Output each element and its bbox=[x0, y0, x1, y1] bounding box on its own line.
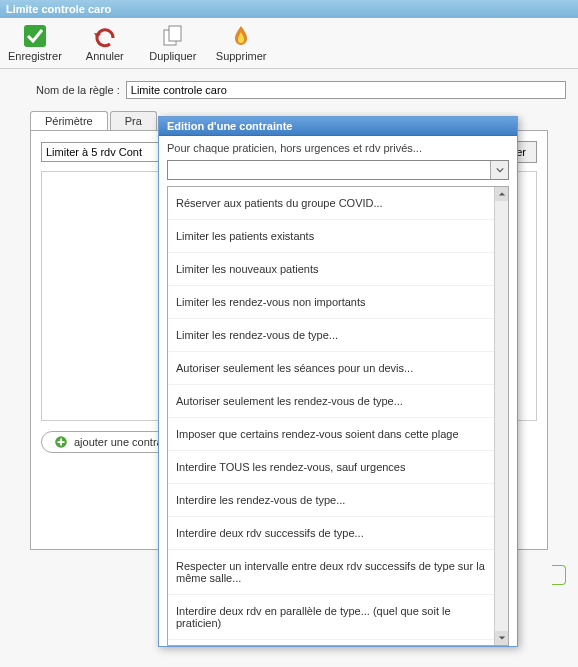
cancel-button[interactable]: Annuler bbox=[80, 24, 130, 62]
save-button[interactable]: Enregistrer bbox=[8, 24, 62, 62]
delete-label: Supprimer bbox=[216, 50, 267, 62]
constraint-option[interactable]: Interdire TOUS les rendez-vous, sauf urg… bbox=[168, 451, 494, 484]
svg-rect-0 bbox=[24, 25, 46, 47]
plus-icon bbox=[54, 435, 68, 449]
check-icon bbox=[23, 24, 47, 48]
rule-name-label: Nom de la règle : bbox=[36, 84, 120, 96]
constraint-option[interactable]: Autoriser seulement les séances pour un … bbox=[168, 352, 494, 385]
duplicate-button[interactable]: Dupliquer bbox=[148, 24, 198, 62]
constraint-option[interactable]: Autoriser seulement les rendez-vous de t… bbox=[168, 385, 494, 418]
rule-name-input[interactable] bbox=[126, 81, 566, 99]
tab-pra[interactable]: Pra bbox=[110, 111, 157, 130]
constraint-option[interactable]: Imposer que certains rendez-vous soient … bbox=[168, 418, 494, 451]
dialog-subtitle: Pour chaque praticien, hors urgences et … bbox=[167, 142, 509, 154]
svg-rect-2 bbox=[169, 26, 181, 41]
combo-input[interactable] bbox=[168, 161, 490, 179]
chevron-down-icon[interactable] bbox=[490, 161, 508, 179]
window-title: Limite controle caro bbox=[6, 3, 111, 15]
edit-constraint-dialog: Edition d'une contrainte Pour chaque pra… bbox=[158, 116, 518, 647]
tab-perimetre[interactable]: Périmètre bbox=[30, 111, 108, 130]
constraint-option[interactable]: Limiter les nouveaux patients bbox=[168, 253, 494, 286]
duplicate-icon bbox=[161, 24, 185, 48]
constraint-option[interactable]: Limiter les patients existants bbox=[168, 220, 494, 253]
constraint-option[interactable]: Limiter les rendez-vous de type... bbox=[168, 319, 494, 352]
scroll-down-icon[interactable] bbox=[495, 631, 508, 645]
undo-arrow-icon bbox=[93, 24, 117, 48]
scrollbar[interactable] bbox=[494, 187, 508, 645]
duplicate-label: Dupliquer bbox=[149, 50, 196, 62]
constraint-type-combo[interactable] bbox=[167, 160, 509, 180]
save-label: Enregistrer bbox=[8, 50, 62, 62]
constraint-options-list: Réserver aux patients du groupe COVID...… bbox=[167, 186, 509, 646]
add-constraint-label: ajouter une contrai bbox=[74, 436, 165, 448]
scroll-up-icon[interactable] bbox=[495, 187, 508, 201]
window-titlebar: Limite controle caro bbox=[0, 0, 578, 18]
constraint-option[interactable]: Interdire les rendez-vous de type... bbox=[168, 484, 494, 517]
toolbar: Enregistrer Annuler Dupliquer Supprimer bbox=[0, 18, 578, 69]
constraint-option[interactable]: Respecter un intervalle entre deux rdv s… bbox=[168, 550, 494, 595]
constraint-option[interactable]: Limiter les rendez-vous non importants bbox=[168, 286, 494, 319]
delete-button[interactable]: Supprimer bbox=[216, 24, 267, 62]
dialog-title: Edition d'une contrainte bbox=[159, 117, 517, 136]
constraint-option[interactable]: Interdire deux rdv successifs de type... bbox=[168, 517, 494, 550]
flame-icon bbox=[229, 24, 253, 48]
cancel-label: Annuler bbox=[86, 50, 124, 62]
constraint-option[interactable]: Réserver aux patients du groupe COVID... bbox=[168, 187, 494, 220]
decorative-accent bbox=[552, 565, 566, 585]
constraint-option[interactable]: Interdire deux rdv en parallèle de type.… bbox=[168, 595, 494, 640]
